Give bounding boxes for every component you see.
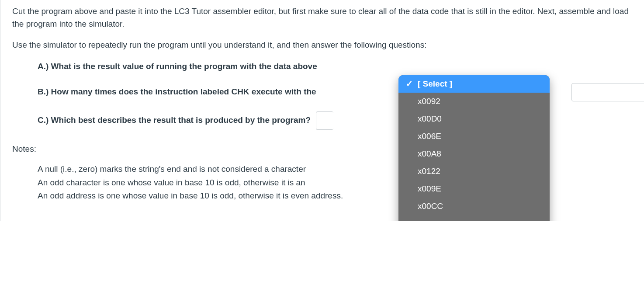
left-border [0, 0, 0, 221]
dropdown-option-label: x00CB [405, 218, 443, 221]
question-c-select[interactable] [316, 111, 333, 130]
dropdown-option-label: x00CC [405, 200, 443, 213]
dropdown-option[interactable]: x0092 [398, 93, 550, 110]
intro-paragraph-2: Use the simulator to repeatedly run the … [12, 39, 632, 52]
dropdown-option-label: x009E [405, 183, 441, 195]
intro-paragraph-1: Cut the program above and paste it into … [12, 5, 632, 30]
dropdown-option-label: x0092 [405, 95, 440, 108]
question-a-label: A.) What is the result value of running … [38, 60, 317, 73]
dropdown-option-label: x0122 [405, 165, 440, 178]
dropdown-option[interactable]: x00D0 [398, 110, 550, 128]
dropdown-option[interactable]: x00A8 [398, 145, 550, 163]
question-b-select[interactable] [571, 83, 644, 101]
check-icon: ✓ [405, 78, 414, 90]
dropdown-option-label: [ Select ] [414, 78, 452, 90]
dropdown-option-label: x00D0 [405, 113, 442, 125]
question-a-row: A.) What is the result value of running … [38, 60, 632, 73]
dropdown-option[interactable]: x00CC [398, 198, 550, 215]
question-b-label: B.) How many times does the instruction … [38, 86, 316, 98]
dropdown-option[interactable]: x009E [398, 180, 550, 198]
dropdown-option[interactable]: x00CB [398, 215, 550, 221]
question-c-label: C.) Which best describes the result that… [38, 114, 311, 127]
dropdown-option[interactable]: x0122 [398, 163, 550, 180]
dropdown-menu[interactable]: ✓ [ Select ] x0092 x00D0 x006E x00A8 x01… [398, 75, 550, 221]
dropdown-option-label: x006E [405, 130, 441, 143]
dropdown-option-label: x00A8 [405, 148, 441, 160]
dropdown-option[interactable]: x006E [398, 128, 550, 145]
dropdown-option-selected[interactable]: ✓ [ Select ] [398, 75, 550, 93]
